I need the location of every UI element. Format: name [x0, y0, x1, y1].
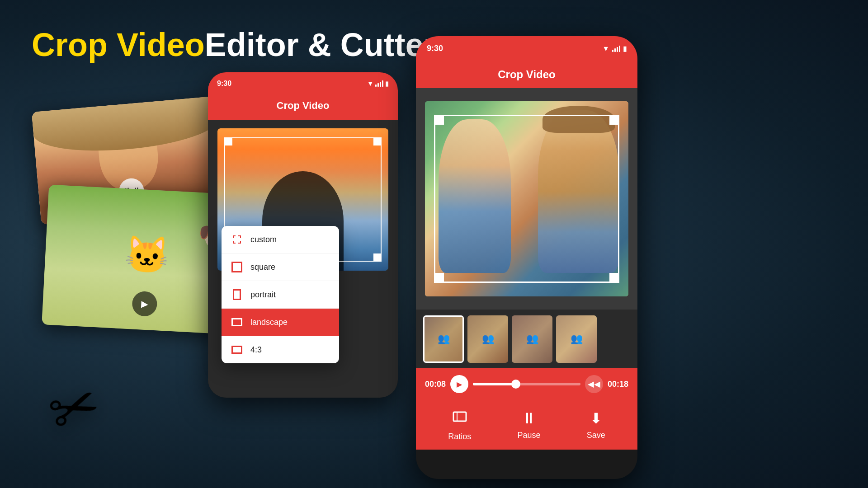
pause-label: Pause [517, 431, 540, 440]
film-thumb-4[interactable]: 👥 [556, 315, 597, 363]
film-thumb-1[interactable]: 👥 [423, 315, 464, 363]
signal-icon-middle [375, 80, 383, 87]
ratios-icon [452, 408, 468, 428]
status-icons-middle: ▼ ▮ [367, 80, 389, 87]
app-title-middle: Crop Video [277, 100, 330, 112]
dropdown-item-square[interactable]: square [222, 253, 339, 281]
film-thumb-3[interactable]: 👥 [512, 315, 552, 363]
ratios-label: Ratios [448, 432, 471, 441]
pause-toolbar-button[interactable]: ⏸ Pause [517, 409, 540, 440]
dropdown-icon-custom [231, 233, 243, 246]
video-preview-right [425, 101, 629, 296]
crop-corner-tr[interactable] [373, 137, 382, 145]
dropdown-icon-43 [231, 343, 243, 356]
play-timeline-button[interactable]: ▶ [450, 375, 468, 393]
time-start: 00:08 [425, 380, 446, 389]
timeline: 00:08 ▶ ◀◀ 00:18 [416, 368, 637, 400]
timeline-thumb[interactable] [511, 380, 520, 389]
bottom-toolbar: Ratios ⏸ Pause ⬇ Save [416, 400, 637, 450]
app-bar-right: Crop Video [416, 61, 637, 88]
crop-corner-right-tr[interactable] [609, 115, 619, 125]
wifi-icon-middle: ▼ [367, 80, 373, 87]
battery-icon-right: ▮ [623, 45, 627, 53]
app-bar-middle: Crop Video [208, 95, 398, 120]
dropdown-label-43: 4:3 [250, 345, 262, 355]
dropdown-label-custom: custom [250, 235, 277, 244]
save-label: Save [587, 431, 605, 440]
crop-corner-right-tl[interactable] [434, 115, 444, 125]
page-title: Crop VideoEditor & Cutter [32, 27, 436, 63]
status-bar-middle: 9:30 ▼ ▮ [208, 72, 398, 95]
dropdown-label-square: square [250, 263, 275, 272]
save-button[interactable]: ⬇ Save [587, 410, 605, 440]
time-end: 00:18 [608, 380, 628, 389]
dropdown-item-landscape[interactable]: landscape [222, 309, 339, 336]
dropdown-label-landscape: landscape [250, 318, 288, 327]
dropdown-label-portrait: portrait [250, 290, 276, 300]
play-button[interactable]: ▶ [132, 291, 158, 317]
status-time-right: 9:30 [427, 44, 443, 53]
ratio43-icon-shape [231, 346, 242, 354]
status-icons-right: ▼ ▮ [602, 45, 627, 53]
svg-rect-0 [453, 412, 466, 421]
dropdown-item-43[interactable]: 4:3 [222, 336, 339, 363]
crop-corner-tl[interactable] [224, 137, 232, 145]
title-yellow: Crop Video [32, 27, 205, 63]
film-thumb-2[interactable]: 👥 [467, 315, 508, 363]
portrait-icon-shape [233, 289, 241, 300]
title-white: Editor & Cutter [205, 27, 436, 63]
square-icon-shape [231, 262, 242, 272]
dropdown-icon-portrait [231, 288, 243, 301]
dropdown-item-custom[interactable]: custom [222, 226, 339, 253]
dropdown-menu: custom square portrait landscape 4:3 [222, 226, 339, 363]
rewind-button[interactable]: ◀◀ [585, 375, 603, 393]
timeline-track[interactable] [473, 383, 580, 385]
battery-icon-middle: ▮ [385, 80, 389, 87]
filmstrip: 👥 👥 👥 👥 [416, 310, 637, 368]
crop-corner-br[interactable] [373, 253, 382, 262]
status-bar-right: 9:30 ▼ ▮ [416, 36, 637, 61]
timeline-progress [473, 383, 516, 385]
landscape-icon-shape [231, 318, 242, 326]
dropdown-icon-square [231, 261, 243, 273]
crop-corner-right-br[interactable] [609, 273, 619, 283]
crop-overlay-right [434, 115, 620, 282]
app-title-right: Crop Video [498, 68, 556, 81]
ratios-button[interactable]: Ratios [448, 408, 471, 441]
dropdown-icon-landscape [231, 316, 243, 328]
crop-corner-right-bl[interactable] [434, 273, 444, 283]
wifi-icon-right: ▼ [602, 45, 609, 53]
save-icon: ⬇ [590, 410, 602, 427]
signal-icon-right [612, 46, 620, 52]
pause-toolbar-icon: ⏸ [521, 409, 537, 427]
dropdown-item-portrait[interactable]: portrait [222, 281, 339, 309]
video-area-right [416, 88, 637, 310]
phone-right: 9:30 ▼ ▮ Crop Video [416, 36, 637, 479]
status-time-middle: 9:30 [217, 80, 231, 88]
